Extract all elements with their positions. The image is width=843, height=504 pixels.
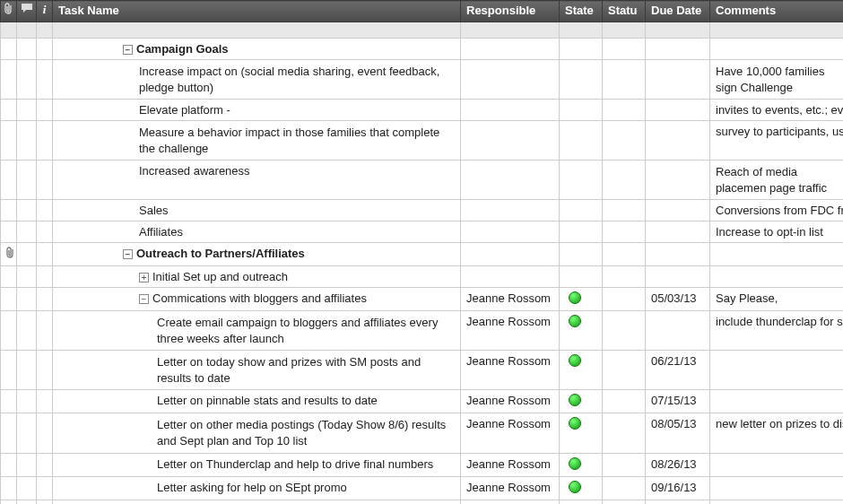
cell-state[interactable] bbox=[560, 453, 603, 476]
cell-statu[interactable] bbox=[603, 288, 646, 311]
cell-comments[interactable] bbox=[710, 243, 844, 266]
cell-due-date[interactable] bbox=[646, 243, 710, 266]
cell-comments[interactable]: include thunderclap for se bbox=[710, 311, 844, 351]
cell-task-name[interactable]: Elevate platform - bbox=[53, 100, 461, 121]
cell-due-date[interactable]: 09/16/13 bbox=[646, 476, 710, 500]
cell-responsible[interactable]: Jeanne Rossom bbox=[461, 413, 560, 453]
cell-statu[interactable] bbox=[603, 222, 646, 243]
cell-responsible[interactable] bbox=[461, 222, 560, 243]
table-row[interactable]: −Campaign Goals bbox=[1, 39, 844, 60]
cell-task-name[interactable]: −Commications with bloggers and affiliat… bbox=[53, 288, 461, 311]
cell-comments[interactable]: invites to events, etc.; ev bbox=[710, 100, 844, 121]
cell-responsible[interactable]: Jeanne Rossom bbox=[461, 453, 560, 476]
cell-statu[interactable] bbox=[603, 100, 646, 121]
table-row[interactable]: Create email campaign to bloggers and af… bbox=[1, 311, 844, 351]
cell-comments[interactable] bbox=[710, 476, 844, 500]
cell-due-date[interactable]: 10/01/13 bbox=[646, 500, 710, 504]
cell-responsible[interactable] bbox=[461, 161, 560, 200]
cell-due-date[interactable]: 05/03/13 bbox=[646, 288, 710, 311]
cell-comments[interactable] bbox=[710, 266, 844, 288]
cell-statu[interactable] bbox=[603, 121, 646, 161]
cell-due-date[interactable]: 06/21/13 bbox=[646, 351, 710, 390]
cell-statu[interactable] bbox=[603, 311, 646, 351]
table-row[interactable]: −Outreach to Partners/Affiliates bbox=[1, 243, 844, 266]
cell-statu[interactable] bbox=[603, 453, 646, 476]
cell-task-name[interactable]: Letter on today show and prizes with SM … bbox=[53, 351, 461, 390]
cell-statu[interactable] bbox=[603, 243, 646, 266]
cell-comments[interactable] bbox=[710, 390, 844, 413]
cell-comments[interactable] bbox=[710, 39, 844, 60]
cell-responsible[interactable]: Jeanne Rossom bbox=[461, 500, 560, 504]
cell-responsible[interactable]: Jeanne Rossom bbox=[461, 390, 560, 413]
cell-comments[interactable]: Conversions from FDC fre bbox=[710, 200, 844, 222]
cell-responsible[interactable] bbox=[461, 39, 560, 60]
cell-statu[interactable] bbox=[603, 351, 646, 390]
table-row[interactable]: AffiliatesIncrease to opt-in list bbox=[1, 222, 844, 243]
cell-state[interactable] bbox=[560, 200, 603, 222]
cell-state[interactable] bbox=[560, 266, 603, 288]
cell-state[interactable] bbox=[560, 243, 603, 266]
cell-statu[interactable] bbox=[603, 500, 646, 504]
cell-task-name[interactable]: Increased awareness bbox=[53, 161, 461, 200]
col-responsible[interactable]: Responsible bbox=[461, 1, 560, 22]
cell-state[interactable] bbox=[560, 39, 603, 60]
cell-task-name[interactable]: Increase impact on (social media sharing… bbox=[53, 60, 461, 100]
collapse-icon[interactable]: − bbox=[139, 294, 149, 304]
cell-responsible[interactable] bbox=[461, 266, 560, 288]
cell-comments[interactable]: Have 10,000 families sign Challenge bbox=[710, 60, 844, 100]
table-row[interactable]: Final results and thank you!Jeanne Rosso… bbox=[1, 500, 844, 504]
table-row[interactable]: Letter on other media postings (Today Sh… bbox=[1, 413, 844, 453]
cell-due-date[interactable]: 07/15/13 bbox=[646, 390, 710, 413]
cell-due-date[interactable] bbox=[646, 121, 710, 161]
cell-due-date[interactable] bbox=[646, 100, 710, 121]
col-comment[interactable] bbox=[17, 1, 37, 22]
cell-task-name[interactable]: −Campaign Goals bbox=[53, 39, 461, 60]
cell-due-date[interactable] bbox=[646, 311, 710, 351]
cell-state[interactable] bbox=[560, 161, 603, 200]
col-due-date[interactable]: Due Date bbox=[646, 1, 710, 22]
cell-statu[interactable] bbox=[603, 476, 646, 500]
table-row[interactable]: Letter on Thunderclap and help to drive … bbox=[1, 453, 844, 476]
table-row[interactable]: Increased awarenessReach of media placem… bbox=[1, 161, 844, 200]
cell-task-name[interactable]: Final results and thank you! bbox=[53, 500, 461, 504]
cell-state[interactable] bbox=[560, 413, 603, 453]
cell-due-date[interactable] bbox=[646, 200, 710, 222]
cell-responsible[interactable] bbox=[461, 243, 560, 266]
cell-state[interactable] bbox=[560, 222, 603, 243]
cell-statu[interactable] bbox=[603, 413, 646, 453]
col-info[interactable]: i bbox=[37, 1, 53, 22]
cell-comments[interactable] bbox=[710, 500, 844, 504]
cell-due-date[interactable] bbox=[646, 161, 710, 200]
cell-responsible[interactable]: Jeanne Rossom bbox=[461, 288, 560, 311]
cell-statu[interactable] bbox=[603, 390, 646, 413]
cell-task-name[interactable]: −Outreach to Partners/Affiliates bbox=[53, 243, 461, 266]
cell-comments[interactable]: Increase to opt-in list bbox=[710, 222, 844, 243]
filter-row[interactable] bbox=[1, 22, 844, 39]
cell-state[interactable] bbox=[560, 476, 603, 500]
cell-state[interactable] bbox=[560, 351, 603, 390]
cell-task-name[interactable]: Sales bbox=[53, 200, 461, 222]
cell-task-name[interactable]: Letter on other media postings (Today Sh… bbox=[53, 413, 461, 453]
cell-statu[interactable] bbox=[603, 200, 646, 222]
cell-comments[interactable] bbox=[710, 453, 844, 476]
cell-state[interactable] bbox=[560, 60, 603, 100]
cell-task-name[interactable]: +Initial Set up and outreach bbox=[53, 266, 461, 288]
table-row[interactable]: Increase impact on (social media sharing… bbox=[1, 60, 844, 100]
cell-statu[interactable] bbox=[603, 161, 646, 200]
col-state[interactable]: State bbox=[560, 1, 603, 22]
table-row[interactable]: −Commications with bloggers and affiliat… bbox=[1, 288, 844, 311]
collapse-icon[interactable]: − bbox=[123, 249, 133, 259]
cell-responsible[interactable] bbox=[461, 100, 560, 121]
cell-responsible[interactable] bbox=[461, 200, 560, 222]
cell-comments[interactable]: Say Please, bbox=[710, 288, 844, 311]
col-statu[interactable]: Statu bbox=[603, 1, 646, 22]
cell-state[interactable] bbox=[560, 121, 603, 161]
table-row[interactable]: Letter on today show and prizes with SM … bbox=[1, 351, 844, 390]
cell-statu[interactable] bbox=[603, 60, 646, 100]
cell-due-date[interactable] bbox=[646, 266, 710, 288]
cell-due-date[interactable] bbox=[646, 222, 710, 243]
cell-statu[interactable] bbox=[603, 39, 646, 60]
cell-comments[interactable]: new letter on prizes to dis bbox=[710, 413, 844, 453]
cell-responsible[interactable] bbox=[461, 121, 560, 161]
cell-due-date[interactable]: 08/05/13 bbox=[646, 413, 710, 453]
